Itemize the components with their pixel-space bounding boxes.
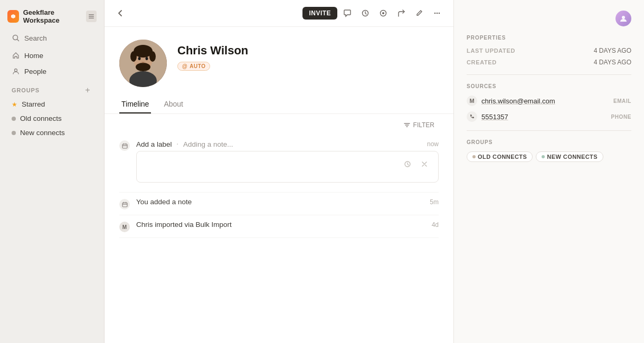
svg-point-6 [15, 69, 17, 72]
svg-point-9 [382, 12, 384, 14]
timeline-time-now: now [427, 140, 439, 148]
timeline-note-header: Add a label · Adding a note... now [136, 139, 439, 149]
sidebar-item-people[interactable]: People [4, 64, 100, 79]
people-icon [12, 67, 20, 75]
new-connects-tag[interactable]: NEW CONNECTS [536, 151, 603, 162]
auto-badge: @ AUTO [177, 62, 210, 71]
chat-button[interactable] [339, 5, 355, 21]
svg-point-25 [622, 16, 625, 19]
svg-rect-22 [122, 144, 127, 148]
timeline-calendar-icon [119, 140, 130, 151]
profile-tabs: Timeline About [105, 96, 453, 114]
svg-line-5 [17, 40, 19, 41]
email-source-row: M chris.wilson@email.com EMAIL [467, 96, 631, 106]
more-button[interactable] [429, 5, 445, 21]
invite-button[interactable]: INVITE [302, 7, 337, 20]
timeline-note-added-text: You added a note [136, 198, 192, 206]
tab-about[interactable]: About [162, 96, 185, 113]
note-editor-actions [400, 157, 432, 172]
groups-panel-title: GROUPS [467, 139, 631, 145]
right-panel: PROPERTIES LAST UPDATED 4 DAYS AGO CREAT… [454, 0, 644, 343]
sidebar-item-new-connects[interactable]: New connects [4, 126, 100, 139]
search-icon [12, 34, 20, 42]
divider-2 [467, 130, 631, 131]
timeline-toolbar: FILTER [119, 114, 439, 134]
sources-title: SOURCES [467, 83, 631, 89]
svg-point-19 [136, 63, 150, 71]
filter-button[interactable]: FILTER [400, 119, 439, 131]
filter-label: FILTER [413, 121, 434, 129]
timeline-item: You added a note 5m [119, 193, 439, 215]
timeline-calendar-icon-2 [119, 199, 130, 209]
old-connects-tag-dot [472, 155, 476, 158]
sidebar: Geekflare Workspace Search Home [0, 0, 105, 343]
reminder-button[interactable] [357, 5, 373, 21]
auto-badge-label: AUTO [190, 63, 205, 69]
sidebar-item-starred-label: Starred [22, 100, 45, 108]
timeline-area: FILTER Add a label · Adding a note... [105, 114, 453, 343]
sidebar-header: Geekflare Workspace [0, 6, 104, 31]
timeline-m-icon: M [119, 222, 130, 232]
email-source-type: EMAIL [613, 98, 631, 104]
sidebar-item-starred[interactable]: ★ Starred [4, 98, 100, 111]
search-label: Search [24, 34, 47, 42]
created-row: CREATED 4 DAYS AGO [467, 59, 631, 66]
timeline-import-content: Chris imported via Bulk Import 4d [136, 221, 439, 228]
note-close-button[interactable] [417, 157, 432, 172]
workspace-icon [7, 10, 19, 23]
panel-toggle-icon[interactable] [86, 11, 97, 22]
email-source-icon: M [467, 96, 477, 106]
svg-point-20 [138, 57, 141, 60]
timeline-note-text: Add a label · Adding a note... [136, 139, 233, 149]
groups-tags: OLD CONNECTS NEW CONNECTS [467, 151, 631, 162]
right-panel-header [467, 11, 631, 26]
last-updated-value: 4 DAYS AGO [594, 47, 631, 54]
phone-source-row: 5551357 PHONE [467, 111, 631, 122]
phone-source-value[interactable]: 5551357 [481, 113, 508, 121]
user-avatar [615, 11, 631, 26]
timeline-dot: · [176, 139, 181, 148]
timeline-note-added-content: You added a note 5m [136, 198, 439, 206]
note-editor[interactable] [136, 151, 439, 183]
svg-rect-1 [89, 14, 94, 15]
pin-button[interactable] [375, 5, 391, 21]
note-reminder-button[interactable] [400, 157, 415, 172]
sidebar-item-old-connects[interactable]: Old connects [4, 112, 100, 125]
email-source-value[interactable]: chris.wilson@email.com [481, 97, 555, 105]
tab-timeline[interactable]: Timeline [119, 96, 151, 113]
svg-point-17 [130, 51, 137, 62]
sidebar-item-home[interactable]: Home [4, 48, 100, 63]
timeline-import-text: Chris imported via Bulk Import [136, 221, 232, 228]
sidebar-item-people-label: People [24, 68, 46, 75]
svg-point-18 [149, 51, 156, 62]
svg-point-12 [439, 13, 440, 14]
search-button[interactable]: Search [4, 31, 100, 45]
svg-point-10 [434, 13, 436, 14]
timeline-note-added-header: You added a note 5m [136, 198, 439, 206]
timeline-item: M Chris imported via Bulk Import 4d [119, 215, 439, 238]
star-icon: ★ [12, 101, 17, 108]
avatar [119, 40, 167, 87]
share-button[interactable] [393, 5, 409, 21]
phone-source-icon [467, 111, 477, 122]
sidebar-item-home-label: Home [24, 52, 43, 60]
timeline-item: Add a label · Adding a note... now [119, 134, 439, 193]
profile-name: Chris Wilson [177, 44, 439, 58]
svg-point-21 [146, 57, 148, 60]
old-connects-dot [12, 117, 16, 121]
add-group-button[interactable]: + [83, 85, 92, 95]
old-connects-tag-label: OLD CONNECTS [478, 154, 527, 160]
divider-1 [467, 74, 631, 75]
toolbar-actions: INVITE [302, 5, 445, 21]
email-source-left: M chris.wilson@email.com [467, 96, 555, 106]
groups-header: GROUPS + [4, 79, 100, 97]
svg-point-11 [437, 13, 438, 14]
back-button[interactable] [113, 6, 128, 21]
last-updated-label: LAST UPDATED [467, 47, 515, 54]
svg-rect-3 [89, 18, 94, 19]
edit-button[interactable] [411, 5, 427, 21]
groups-section-label: GROUPS [12, 87, 40, 93]
old-connects-tag[interactable]: OLD CONNECTS [467, 151, 533, 162]
sidebar-item-new-connects-label: New connects [20, 129, 65, 137]
sources-section: SOURCES M chris.wilson@email.com EMAIL 5… [467, 83, 631, 122]
